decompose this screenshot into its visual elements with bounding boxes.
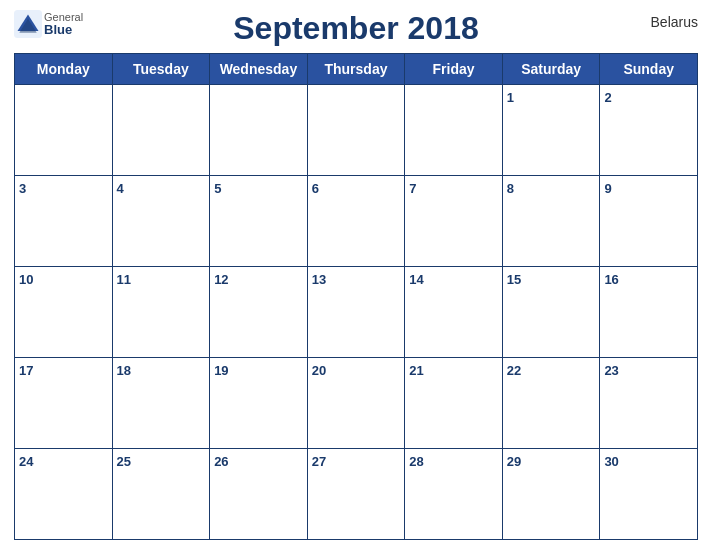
cell-week4-day4: 20 bbox=[307, 358, 405, 449]
date-3: 3 bbox=[19, 181, 26, 196]
date-23: 23 bbox=[604, 363, 618, 378]
cell-week1-day7: 2 bbox=[600, 85, 698, 176]
date-13: 13 bbox=[312, 272, 326, 287]
date-19: 19 bbox=[214, 363, 228, 378]
date-9: 9 bbox=[604, 181, 611, 196]
week-row-2: 3456789 bbox=[15, 176, 698, 267]
cell-week5-day7: 30 bbox=[600, 449, 698, 540]
cell-week5-day4: 27 bbox=[307, 449, 405, 540]
date-17: 17 bbox=[19, 363, 33, 378]
date-11: 11 bbox=[117, 272, 131, 287]
header-thursday: Thursday bbox=[307, 54, 405, 85]
cell-week5-day6: 29 bbox=[502, 449, 600, 540]
cell-week1-day1 bbox=[15, 85, 113, 176]
date-21: 21 bbox=[409, 363, 423, 378]
calendar-body: 1234567891011121314151617181920212223242… bbox=[15, 85, 698, 540]
date-25: 25 bbox=[117, 454, 131, 469]
cell-week2-day3: 5 bbox=[210, 176, 308, 267]
cell-week4-day2: 18 bbox=[112, 358, 210, 449]
week-row-3: 10111213141516 bbox=[15, 267, 698, 358]
cell-week5-day3: 26 bbox=[210, 449, 308, 540]
date-28: 28 bbox=[409, 454, 423, 469]
cell-week2-day1: 3 bbox=[15, 176, 113, 267]
cell-week3-day5: 14 bbox=[405, 267, 503, 358]
cell-week2-day7: 9 bbox=[600, 176, 698, 267]
date-8: 8 bbox=[507, 181, 514, 196]
date-2: 2 bbox=[604, 90, 611, 105]
date-4: 4 bbox=[117, 181, 124, 196]
date-15: 15 bbox=[507, 272, 521, 287]
header-tuesday: Tuesday bbox=[112, 54, 210, 85]
cell-week1-day4 bbox=[307, 85, 405, 176]
date-20: 20 bbox=[312, 363, 326, 378]
cell-week3-day4: 13 bbox=[307, 267, 405, 358]
date-1: 1 bbox=[507, 90, 514, 105]
logo-text: General Blue bbox=[44, 11, 83, 37]
date-22: 22 bbox=[507, 363, 521, 378]
date-5: 5 bbox=[214, 181, 221, 196]
date-14: 14 bbox=[409, 272, 423, 287]
cell-week1-day6: 1 bbox=[502, 85, 600, 176]
cell-week3-day7: 16 bbox=[600, 267, 698, 358]
logo: General Blue bbox=[14, 10, 83, 38]
country-label: Belarus bbox=[651, 14, 698, 30]
days-header-row: Monday Tuesday Wednesday Thursday Friday… bbox=[15, 54, 698, 85]
cell-week2-day4: 6 bbox=[307, 176, 405, 267]
date-24: 24 bbox=[19, 454, 33, 469]
date-26: 26 bbox=[214, 454, 228, 469]
header-wednesday: Wednesday bbox=[210, 54, 308, 85]
cell-week1-day3 bbox=[210, 85, 308, 176]
date-27: 27 bbox=[312, 454, 326, 469]
week-row-5: 24252627282930 bbox=[15, 449, 698, 540]
header-sunday: Sunday bbox=[600, 54, 698, 85]
cell-week2-day6: 8 bbox=[502, 176, 600, 267]
cell-week2-day2: 4 bbox=[112, 176, 210, 267]
calendar-table: Monday Tuesday Wednesday Thursday Friday… bbox=[14, 53, 698, 540]
cell-week4-day1: 17 bbox=[15, 358, 113, 449]
date-12: 12 bbox=[214, 272, 228, 287]
header-friday: Friday bbox=[405, 54, 503, 85]
cell-week4-day7: 23 bbox=[600, 358, 698, 449]
cell-week5-day2: 25 bbox=[112, 449, 210, 540]
date-6: 6 bbox=[312, 181, 319, 196]
date-29: 29 bbox=[507, 454, 521, 469]
header-monday: Monday bbox=[15, 54, 113, 85]
week-row-1: 12 bbox=[15, 85, 698, 176]
cell-week3-day2: 11 bbox=[112, 267, 210, 358]
week-row-4: 17181920212223 bbox=[15, 358, 698, 449]
logo-blue-text: Blue bbox=[44, 23, 83, 37]
date-18: 18 bbox=[117, 363, 131, 378]
header-saturday: Saturday bbox=[502, 54, 600, 85]
cell-week2-day5: 7 bbox=[405, 176, 503, 267]
cell-week1-day2 bbox=[112, 85, 210, 176]
date-10: 10 bbox=[19, 272, 33, 287]
cell-week4-day5: 21 bbox=[405, 358, 503, 449]
logo-icon bbox=[14, 10, 42, 38]
cell-week1-day5 bbox=[405, 85, 503, 176]
cell-week4-day3: 19 bbox=[210, 358, 308, 449]
cell-week3-day6: 15 bbox=[502, 267, 600, 358]
cell-week3-day3: 12 bbox=[210, 267, 308, 358]
cell-week4-day6: 22 bbox=[502, 358, 600, 449]
date-30: 30 bbox=[604, 454, 618, 469]
cell-week3-day1: 10 bbox=[15, 267, 113, 358]
cell-week5-day5: 28 bbox=[405, 449, 503, 540]
cell-week5-day1: 24 bbox=[15, 449, 113, 540]
page-title: September 2018 bbox=[233, 10, 478, 47]
calendar-header: General Blue September 2018 Belarus bbox=[14, 10, 698, 53]
date-7: 7 bbox=[409, 181, 416, 196]
calendar-page: General Blue September 2018 Belarus Mond… bbox=[0, 0, 712, 550]
date-16: 16 bbox=[604, 272, 618, 287]
